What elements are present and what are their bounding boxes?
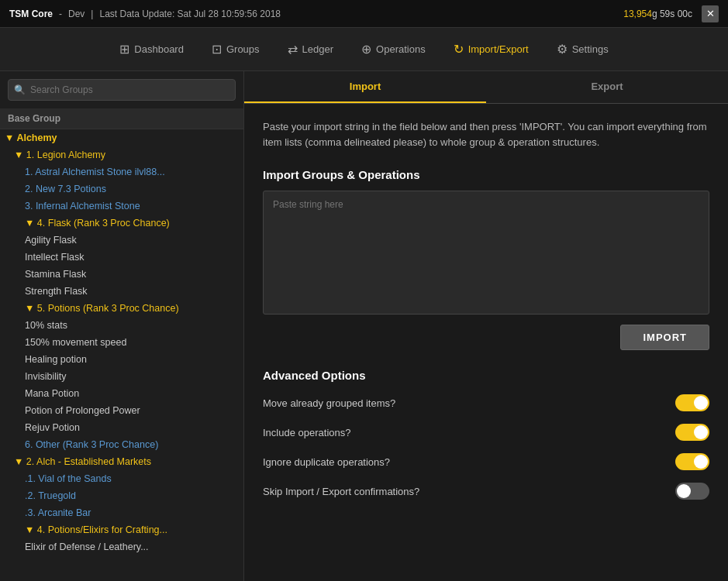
content-body: Paste your import string in the field be… <box>244 104 728 581</box>
tree-item[interactable]: ▼ Alchemy <box>0 129 243 146</box>
options-container: Move already grouped items?Include opera… <box>263 394 709 500</box>
tree-item[interactable]: Agility Flask <box>0 232 243 249</box>
gold-value: 13,954 <box>623 9 652 19</box>
option-label-move-grouped: Move already grouped items? <box>263 397 395 409</box>
tree-item[interactable]: .1. Vial of the Sands <box>0 470 243 487</box>
tree-item[interactable]: Elixir of Defense / Leathery... <box>0 538 243 555</box>
toggle-skip-confirm[interactable] <box>675 483 709 500</box>
tree-item[interactable]: Stamina Flask <box>0 266 243 283</box>
option-row-include-operations: Include operations? <box>263 424 709 441</box>
tree-item[interactable]: .3. Arcanite Bar <box>0 504 243 521</box>
tree-item[interactable]: 2. New 7.3 Potions <box>0 180 243 198</box>
option-row-move-grouped: Move already grouped items? <box>263 394 709 411</box>
separator: | <box>91 9 93 19</box>
option-row-skip-confirm: Skip Import / Export confirmations? <box>263 483 709 500</box>
tree-item[interactable]: 3. Infernal Alchemist Stone <box>0 198 243 215</box>
tree-item[interactable]: .2. Truegold <box>0 487 243 504</box>
env-badge: - <box>59 9 62 19</box>
title-bar: TSM Core - Dev | Last Data Update: Sat J… <box>0 0 728 28</box>
main-layout: 🔍 Base Group ▼ Alchemy▼ 1. Legion Alchem… <box>0 71 728 581</box>
nav-item-settings[interactable]: ⚙Settings <box>544 36 621 63</box>
tree-container: ▼ Alchemy▼ 1. Legion Alchemy1. Astral Al… <box>0 129 243 581</box>
nav-item-dashboard[interactable]: ⊞Dashboard <box>107 36 196 63</box>
tree-item[interactable]: ▼ 4. Flask (Rank 3 Proc Chance) <box>0 215 243 232</box>
tab-export[interactable]: Export <box>486 71 728 103</box>
nav-label-ledger: Ledger <box>302 43 333 55</box>
settings-icon: ⚙ <box>557 42 568 57</box>
nav-item-ledger[interactable]: ⇄Ledger <box>275 36 346 63</box>
option-row-ignore-duplicate: Ignore duplicate operations? <box>263 453 709 470</box>
nav-label-dashboard: Dashboard <box>134 43 184 55</box>
base-group-header: Base Group <box>0 108 243 129</box>
sidebar: 🔍 Base Group ▼ Alchemy▼ 1. Legion Alchem… <box>0 71 244 581</box>
import-btn-row: IMPORT <box>263 325 709 350</box>
paste-area[interactable] <box>263 191 709 315</box>
search-input[interactable] <box>8 79 236 101</box>
import-button[interactable]: IMPORT <box>620 325 709 350</box>
nav-item-importexport[interactable]: ↻Import/Export <box>441 36 541 63</box>
toggle-knob-include-operations <box>694 425 708 439</box>
env-label: Dev <box>68 9 85 19</box>
tab-bar: ImportExport <box>244 71 728 104</box>
copper-value: 00 <box>678 9 688 19</box>
toggle-ignore-duplicate[interactable] <box>675 453 709 470</box>
tree-item[interactable]: ▼ 2. Alch - Established Markets <box>0 453 243 470</box>
tree-item[interactable]: Mana Potion <box>0 385 243 402</box>
toggle-knob-move-grouped <box>694 396 708 410</box>
ledger-icon: ⇄ <box>288 42 298 57</box>
nav-label-operations: Operations <box>376 43 426 55</box>
silver-value: 59 <box>660 9 670 19</box>
close-button[interactable]: ✕ <box>702 5 719 22</box>
option-label-ignore-duplicate: Ignore duplicate operations? <box>263 456 390 468</box>
tab-import[interactable]: Import <box>244 71 486 103</box>
app-name: TSM Core <box>9 9 53 19</box>
option-label-skip-confirm: Skip Import / Export confirmations? <box>263 486 419 497</box>
dashboard-icon: ⊞ <box>119 42 129 57</box>
tree-item[interactable]: 10% stats <box>0 317 243 334</box>
importexport-icon: ↻ <box>454 42 464 57</box>
tree-item[interactable]: Invisibility <box>0 368 243 385</box>
nav-bar: ⊞Dashboard⊡Groups⇄Ledger⊕Operations↻Impo… <box>0 28 728 71</box>
nav-label-groups: Groups <box>226 43 260 55</box>
title-bar-left: TSM Core - Dev | Last Data Update: Sat J… <box>9 9 281 19</box>
import-section-title: Import Groups & Operations <box>263 168 709 181</box>
tree-item[interactable]: 1. Astral Alchemist Stone ilvl88... <box>0 163 243 180</box>
groups-icon: ⊡ <box>212 42 222 57</box>
toggle-knob-ignore-duplicate <box>694 455 708 469</box>
tree-item[interactable]: Rejuv Potion <box>0 419 243 436</box>
toggle-knob-skip-confirm <box>677 484 691 498</box>
last-update: Last Data Update: Sat Jul 28 10:59:56 20… <box>99 9 281 19</box>
tree-item[interactable]: ▼ 5. Potions (Rank 3 Proc Chance) <box>0 300 243 317</box>
tree-item[interactable]: Potion of Prolonged Power <box>0 402 243 419</box>
nav-label-settings: Settings <box>572 43 609 55</box>
tree-item[interactable]: ▼ 4. Potions/Elixirs for Crafting... <box>0 521 243 538</box>
tree-item[interactable]: Intellect Flask <box>0 249 243 266</box>
advanced-options-title: Advanced Options <box>263 369 709 382</box>
nav-label-importexport: Import/Export <box>468 43 529 55</box>
nav-item-groups[interactable]: ⊡Groups <box>199 36 272 63</box>
tree-item[interactable]: 6. Other (Rank 3 Proc Chance) <box>0 436 243 453</box>
gold-amount: 13,954g 59s 00c <box>623 9 692 19</box>
title-bar-right: 13,954g 59s 00c ✕ <box>623 5 719 22</box>
tree-item[interactable]: 150% movement speed <box>0 334 243 351</box>
search-box: 🔍 <box>8 79 236 101</box>
tree-item[interactable]: Strength Flask <box>0 283 243 300</box>
operations-icon: ⊕ <box>361 42 371 57</box>
search-icon: 🔍 <box>14 84 26 95</box>
nav-item-operations[interactable]: ⊕Operations <box>349 36 438 63</box>
tree-item[interactable]: Healing potion <box>0 351 243 368</box>
toggle-include-operations[interactable] <box>675 424 709 441</box>
content-panel: ImportExport Paste your import string in… <box>244 71 728 581</box>
tree-item[interactable]: ▼ 1. Legion Alchemy <box>0 146 243 163</box>
toggle-move-grouped[interactable] <box>675 394 709 411</box>
option-label-include-operations: Include operations? <box>263 427 350 438</box>
import-description: Paste your import string in the field be… <box>263 119 709 150</box>
